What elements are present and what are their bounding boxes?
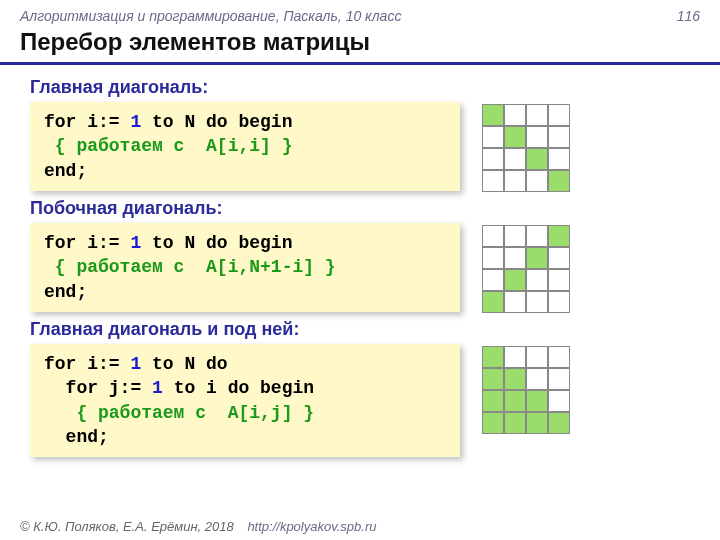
grid-cell (526, 368, 548, 390)
grid-cell (482, 368, 504, 390)
grid-cell (526, 412, 548, 434)
grid-cell (482, 225, 504, 247)
grid-lower-tri (482, 346, 570, 434)
slide-header: Алгоритмизация и программирование, Паска… (0, 0, 720, 24)
section-label-main-diag: Главная диагональ: (30, 77, 690, 98)
grid-cell (504, 346, 526, 368)
grid-cell (504, 170, 526, 192)
grid-cell (548, 269, 570, 291)
grid-cell (482, 291, 504, 313)
grid-cell (482, 412, 504, 434)
copyright: © К.Ю. Поляков, Е.А. Ерёмин, 2018 (20, 519, 234, 534)
grid-cell (482, 390, 504, 412)
grid-cell (504, 225, 526, 247)
grid-cell (526, 269, 548, 291)
grid-cell (526, 170, 548, 192)
footer-link: http://kpolyakov.spb.ru (247, 519, 376, 534)
grid-cell (548, 104, 570, 126)
grid-cell (548, 225, 570, 247)
course-name: Алгоритмизация и программирование, Паска… (20, 8, 401, 24)
grid-cell (504, 247, 526, 269)
grid-cell (548, 247, 570, 269)
grid-cell (548, 346, 570, 368)
code-anti-diag: for i:= 1 to N do begin { работаем с A[i… (30, 223, 460, 312)
grid-cell (548, 412, 570, 434)
section-label-anti-diag: Побочная диагональ: (30, 198, 690, 219)
section-main-diag: for i:= 1 to N do begin { работаем с A[i… (30, 102, 690, 192)
grid-cell (482, 148, 504, 170)
section-label-lower-tri: Главная диагональ и под ней: (30, 319, 690, 340)
grid-cell (482, 269, 504, 291)
grid-cell (504, 390, 526, 412)
grid-cell (526, 148, 548, 170)
grid-cell (526, 104, 548, 126)
grid-cell (526, 225, 548, 247)
grid-anti-diag (482, 225, 570, 313)
grid-cell (482, 126, 504, 148)
grid-cell (526, 126, 548, 148)
content: Главная диагональ: for i:= 1 to N do beg… (0, 65, 720, 457)
grid-main-diag (482, 104, 570, 192)
grid-cell (504, 368, 526, 390)
grid-cell (548, 170, 570, 192)
grid-cell (482, 247, 504, 269)
grid-cell (526, 291, 548, 313)
grid-cell (504, 126, 526, 148)
grid-cell (482, 170, 504, 192)
footer: © К.Ю. Поляков, Е.А. Ерёмин, 2018 http:/… (20, 519, 376, 534)
code-lower-tri: for i:= 1 to N do for j:= 1 to i do begi… (30, 344, 460, 457)
section-anti-diag: for i:= 1 to N do begin { работаем с A[i… (30, 223, 690, 313)
page-title: Перебор элементов матрицы (0, 24, 720, 65)
section-lower-tri: for i:= 1 to N do for j:= 1 to i do begi… (30, 344, 690, 457)
code-main-diag: for i:= 1 to N do begin { работаем с A[i… (30, 102, 460, 191)
grid-cell (548, 291, 570, 313)
grid-cell (504, 412, 526, 434)
grid-cell (482, 346, 504, 368)
grid-cell (548, 148, 570, 170)
grid-cell (482, 104, 504, 126)
grid-cell (504, 269, 526, 291)
page-number: 116 (677, 8, 700, 24)
grid-cell (548, 390, 570, 412)
grid-cell (548, 126, 570, 148)
grid-cell (504, 104, 526, 126)
grid-cell (504, 148, 526, 170)
grid-cell (526, 346, 548, 368)
grid-cell (504, 291, 526, 313)
grid-cell (526, 247, 548, 269)
grid-cell (548, 368, 570, 390)
grid-cell (526, 390, 548, 412)
